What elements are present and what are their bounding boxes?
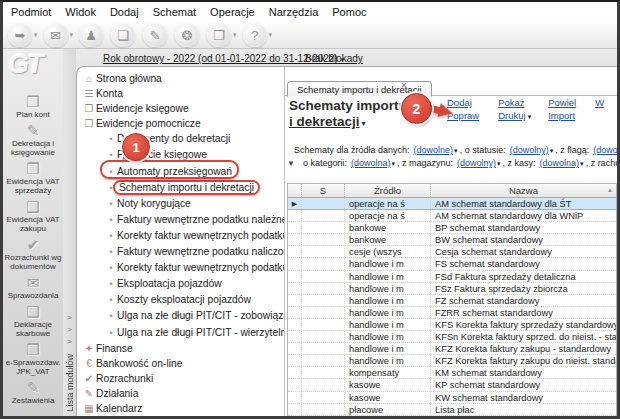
toolbar-button-icon[interactable]: ♟ [79, 23, 103, 47]
toolbar-button-icon[interactable]: ✉ [44, 23, 68, 47]
menu-item[interactable]: Pomoc [332, 6, 366, 18]
action-link[interactable]: Powiel [548, 97, 576, 108]
filter-segment[interactable]: ▾ [497, 160, 501, 167]
filter-segment[interactable]: (dowolna) [593, 145, 617, 155]
filter-segment[interactable]: , z rachunku: [586, 158, 617, 168]
toolbar-button-icon[interactable]: ✎ [143, 23, 167, 47]
menu-item[interactable]: Schemat [153, 6, 196, 18]
chevron-right-icon[interactable]: > [67, 312, 72, 324]
tree-item[interactable]: ✦Finanse [82, 341, 284, 356]
menu-item[interactable]: Widok [65, 6, 96, 18]
page-title[interactable]: Schematy importu i dekretacji▾ [289, 98, 407, 132]
filter-segment[interactable]: o kategorii: [303, 158, 347, 168]
table-row[interactable]: bankowe BW schemat standardowy [288, 234, 616, 246]
menu-item[interactable]: Dodaj [110, 6, 139, 18]
table-row[interactable]: płacowe Lista płac [288, 404, 616, 416]
table-row[interactable]: handlowe i m FZ schemat standardowy [288, 295, 616, 307]
action-link[interactable]: W [595, 97, 604, 108]
tree-item[interactable]: ❒Ewidencje pomocnicze [82, 116, 284, 131]
table-row[interactable]: handlowe i m KFZ Korekta faktury zakupu … [288, 343, 616, 355]
sidebar-item[interactable]: ✎ Zestawienia [4, 379, 62, 405]
tree-item[interactable]: •Faktury wewnętrzne podatku naliczonego [82, 244, 284, 260]
filter-segment[interactable]: (dowolny) [510, 145, 549, 155]
action-link[interactable]: Import [548, 110, 575, 121]
tree-item[interactable]: •Faktury wewnętrzne podatku należnego [82, 212, 284, 228]
tree-item[interactable]: •Korekty faktur wewnętrznych podatku nal [82, 228, 284, 244]
filter-segment[interactable]: , z magazynu: [397, 158, 453, 168]
filter-segment[interactable]: ▾ [391, 160, 395, 167]
filter-segment[interactable]: ▼ [287, 159, 295, 168]
tree-item[interactable]: •Ulga na złe długi PIT/CIT - wierzytelno… [82, 325, 284, 341]
tree-item[interactable]: •Korekty faktur wewnętrznych podatku nal [82, 260, 284, 276]
filter-segment[interactable]: (dowolny) [457, 158, 496, 168]
lock-status-link[interactable]: Brak blokady [305, 53, 363, 64]
table-row[interactable]: handlowe i m KFSn Korekta faktury sprzed… [288, 331, 616, 343]
toolbar-dropdown-icon[interactable]: ▾ [269, 31, 273, 39]
table-row[interactable]: ▶ operacje na ś AM schemat standardowy d… [288, 197, 616, 210]
tree-item[interactable]: •Schematy importu i dekretacji [82, 180, 284, 196]
toolbar-button-icon[interactable]: ➥ [8, 23, 32, 47]
toolbar-dropdown-icon[interactable]: ▾ [34, 31, 38, 39]
modules-strip-label[interactable]: Lista modułów [65, 354, 75, 412]
sidebar-item[interactable]: ❑ Ewidencja VAT zakupu [4, 198, 62, 233]
sidebar-item[interactable]: ✔ Rozrachunki wg dokumentów [4, 236, 62, 271]
toolbar-button-icon[interactable]: ? [243, 23, 267, 47]
table-row[interactable]: operacje na ś AM schemat standardowy dla… [288, 210, 616, 222]
tree-item[interactable]: •Noty korygujące [82, 196, 284, 212]
tree-item[interactable]: •Eksploatacja pojazdów [82, 276, 284, 292]
sidebar-item[interactable]: ❏ Deklaracje skarbowe [4, 303, 62, 338]
table-row[interactable]: kompensaty KM schemat standardowy [288, 367, 616, 379]
toolbar-button-icon[interactable]: ❒ [207, 23, 231, 47]
filter-segment[interactable]: ▾ [550, 147, 554, 154]
toolbar-button-icon[interactable]: ❂ [175, 23, 199, 47]
toolbar-button-icon[interactable]: ❏ [111, 23, 135, 47]
tree-item[interactable]: ▦Kalendarz [82, 401, 284, 416]
column-header-nazwa[interactable]: Nazwa▲ [431, 184, 616, 197]
menu-item[interactable]: Narzędzia [269, 6, 319, 18]
tree-item[interactable]: ❒Ewidencje księgowe [82, 101, 284, 116]
column-header-s[interactable]: S [302, 184, 345, 197]
tree-item[interactable]: ✔Rozrachunki [82, 371, 284, 386]
table-row[interactable]: handlowe i m FSd Faktura sprzedaży detal… [288, 271, 616, 283]
chevron-right-icon[interactable]: > [67, 324, 72, 336]
table-row[interactable]: handlowe i m FZRR schemat standardowy [288, 307, 616, 319]
table-row[interactable]: handlowe i m KFZ Korekta faktury zakupu … [288, 355, 616, 367]
tree-item[interactable]: ⌂Strona główna [82, 71, 284, 86]
filter-segment[interactable]: , z kasy: [503, 158, 536, 168]
column-header-zrodlo[interactable]: Źródło [345, 184, 431, 197]
table-row[interactable]: handlowe i m KFS Korekta faktury sprzeda… [288, 319, 616, 331]
sidebar-item[interactable]: ✉ Sprawozdania [4, 274, 62, 300]
tree-item[interactable]: ☰Konta [82, 86, 284, 101]
filter-segment[interactable]: (dowolna) [540, 158, 580, 168]
tree-item[interactable]: €Bankowość on-line [82, 356, 284, 371]
filter-segment[interactable]: (dowolna) [351, 158, 391, 168]
sidebar-item[interactable]: ❐ e-Sprawozdaw. JPK_VAT [4, 341, 62, 376]
sidebar-item[interactable]: ❐ Ewidencja VAT sprzedaży [4, 160, 62, 195]
sidebar-item[interactable]: ✎ Dekretacja i księgowanie [4, 122, 62, 157]
action-link[interactable]: Pokaż [498, 97, 524, 108]
table-row[interactable]: kasowe KP schemat standardowy [288, 379, 616, 391]
filter-segment[interactable]: Schematy dla źródła danych: [294, 145, 410, 155]
column-header-selector[interactable] [288, 184, 302, 197]
tree-item[interactable]: •Dokumenty do dekretacji [82, 131, 284, 147]
filter-segment[interactable]: , z flagą: [555, 145, 589, 155]
tree-item[interactable]: •Koszty eksploatacji pojazdów [82, 292, 284, 308]
table-row[interactable]: kasowe KW schemat standardowy [288, 392, 616, 404]
filter-segment[interactable]: ▾ [454, 147, 458, 154]
close-icon[interactable]: × [401, 80, 407, 91]
table-row[interactable]: handlowe i m FSz Faktura sprzedaży zbior… [288, 283, 616, 295]
tree-item[interactable]: ✎Działania [82, 386, 284, 401]
tree-item[interactable]: •Ulga na złe długi PIT/CIT - zobowiązani… [82, 308, 284, 324]
chevron-right-icon[interactable]: > [67, 336, 72, 348]
action-link[interactable]: Drukuj [498, 110, 525, 121]
toolbar-dropdown-icon[interactable]: ▾ [233, 31, 237, 39]
toolbar-dropdown-icon[interactable]: ▾ [70, 31, 74, 39]
menu-item[interactable]: Podmiot [11, 6, 51, 18]
sidebar-item[interactable]: ❒ Plan kont [4, 93, 62, 119]
table-row[interactable]: bankowe BP schemat standardowy [288, 222, 616, 234]
table-row[interactable]: cesje (wszys Cesja schemat standardowy [288, 246, 616, 258]
menu-item[interactable]: Operacje [210, 6, 255, 18]
table-row[interactable]: handlowe i m FS schemat standardowy [288, 258, 616, 270]
filter-segment[interactable]: ▾ [580, 160, 584, 167]
filter-segment[interactable]: (dowolne) [414, 145, 454, 155]
